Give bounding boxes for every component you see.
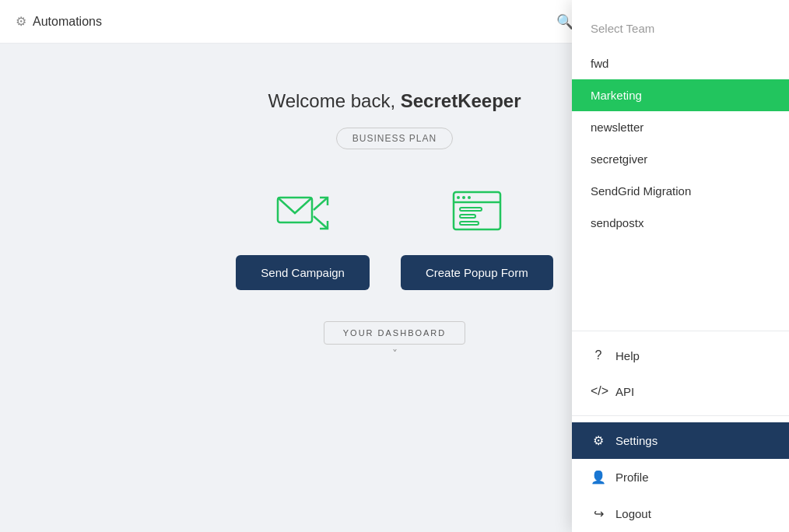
- svg-point-12: [462, 196, 465, 199]
- help-menu-item[interactable]: ? Help: [572, 338, 789, 373]
- brand: ⚙ Automations: [16, 14, 553, 29]
- dashboard-badge: Your Dashboard: [324, 321, 466, 345]
- send-campaign-card: Send Campaign: [236, 180, 370, 290]
- svg-rect-9: [460, 215, 475, 218]
- profile-menu-item[interactable]: 👤 Profile: [572, 459, 789, 495]
- svg-rect-10: [460, 222, 479, 225]
- team-item-secretgiver[interactable]: secretgiver: [572, 143, 789, 175]
- profile-icon: 👤: [591, 470, 606, 485]
- svg-point-11: [457, 196, 460, 199]
- divider-2: [572, 415, 789, 416]
- team-item-sendgrid[interactable]: SendGrid Migration: [572, 175, 789, 207]
- logout-menu-item[interactable]: ↪ Logout: [572, 495, 789, 532]
- api-label: API: [615, 385, 634, 398]
- create-popup-button[interactable]: Create Popup Form: [401, 255, 553, 290]
- create-popup-icon: [446, 180, 508, 243]
- select-team-header: Select Team: [572, 0, 789, 47]
- search-icon: 🔍: [556, 14, 573, 30]
- api-icon: </>: [591, 384, 606, 398]
- logout-icon: ↪: [591, 506, 606, 521]
- profile-label: Profile: [615, 471, 649, 484]
- settings-icon: ⚙: [591, 433, 606, 448]
- welcome-text: Welcome back, SecretKeeper: [268, 90, 521, 112]
- help-label: Help: [615, 349, 640, 362]
- send-campaign-button[interactable]: Send Campaign: [236, 255, 370, 290]
- plan-badge: Business Plan: [336, 128, 453, 149]
- dashboard-section: Your Dashboard ˅: [324, 321, 466, 360]
- team-item-sendpostx[interactable]: sendpostx: [572, 207, 789, 239]
- settings-menu-item[interactable]: ⚙ Settings: [572, 422, 789, 459]
- settings-label: Settings: [615, 434, 658, 447]
- divider-1: [572, 331, 789, 331]
- logout-label: Logout: [615, 507, 651, 520]
- dropdown-menu: Select Team fwd Marketing newsletter sec…: [572, 0, 789, 532]
- svg-line-4: [314, 198, 328, 210]
- welcome-prefix: Welcome back,: [268, 90, 400, 111]
- welcome-name: SecretKeeper: [401, 90, 521, 111]
- team-list: fwd Marketing newsletter secretgiver Sen…: [572, 47, 789, 324]
- svg-rect-8: [460, 208, 482, 211]
- brand-label: Automations: [33, 15, 102, 29]
- team-item-fwd[interactable]: fwd: [572, 47, 789, 79]
- help-icon: ?: [591, 348, 606, 362]
- create-popup-card: Create Popup Form: [401, 180, 553, 290]
- automations-icon: ⚙: [16, 14, 26, 29]
- dashboard-chevron-icon: ˅: [392, 348, 398, 360]
- cards-row: Send Campaign Create Popup Form: [236, 180, 552, 290]
- send-campaign-icon: [272, 180, 334, 243]
- team-item-newsletter[interactable]: newsletter: [572, 111, 789, 143]
- svg-line-5: [314, 216, 328, 229]
- team-item-marketing[interactable]: Marketing: [572, 79, 789, 111]
- api-menu-item[interactable]: </> API: [572, 373, 789, 409]
- svg-point-13: [468, 196, 471, 199]
